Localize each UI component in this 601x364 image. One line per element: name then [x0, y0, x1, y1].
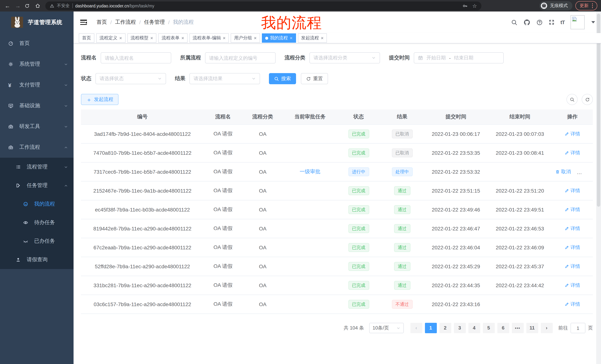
detail-button[interactable]: 详情: [565, 131, 580, 137]
detail-button[interactable]: 详情: [565, 301, 580, 308]
cell-process-name: OA 请假: [204, 276, 242, 295]
close-icon[interactable]: ×: [290, 36, 292, 40]
tab-流程表单-编辑[interactable]: 流程表单-编辑×: [190, 33, 229, 43]
task-link[interactable]: 一级审批: [300, 168, 320, 174]
sidebar-item-flow[interactable]: 任务管理: [0, 176, 74, 195]
action-label: 详情: [571, 282, 580, 289]
reset-button[interactable]: 重置: [301, 73, 328, 84]
breadcrumb-separator: /: [110, 19, 112, 25]
tab-用户分组[interactable]: 用户分组×: [231, 33, 260, 43]
tab-流程定义[interactable]: 流程定义×: [96, 33, 125, 43]
detail-button[interactable]: 详情: [565, 187, 580, 194]
tab-label: 用户分组: [234, 35, 252, 41]
page-button[interactable]: 11: [526, 323, 538, 333]
cell-result: 通过: [380, 181, 424, 200]
page-button[interactable]: 3: [454, 323, 466, 333]
process-name-input[interactable]: [101, 52, 171, 63]
key-icon[interactable]: [463, 3, 468, 8]
sidebar-item-user[interactable]: 请假查询: [0, 250, 74, 269]
update-button[interactable]: 更新: [575, 1, 597, 10]
sidebar-item-toolbox[interactable]: 工作流程: [0, 137, 74, 158]
page-size-select[interactable]: 10条/页: [369, 323, 404, 333]
address-bar[interactable]: 不安全 dashboard.yudao.iocoder.cn/bpm/task/…: [45, 1, 481, 10]
close-icon[interactable]: ×: [254, 36, 257, 40]
start-process-button[interactable]: ＋ 发起流程: [81, 94, 119, 105]
sidebar-item-eye-closed[interactable]: 已办任务: [0, 232, 74, 250]
cancel-button[interactable]: 取消: [555, 168, 571, 175]
sidebar-item-gear[interactable]: 系统管理: [0, 54, 74, 75]
sidebar-item-list[interactable]: 流程管理: [0, 158, 74, 176]
sidebar-item-yen[interactable]: ¥支付管理: [0, 75, 74, 95]
breadcrumb-item[interactable]: 首页: [97, 19, 107, 26]
sidebar-item-face[interactable]: 我的流程: [0, 195, 74, 213]
cell-end-time: [488, 295, 552, 314]
home-icon: [35, 3, 42, 9]
breadcrumb-item: 我的流程: [173, 19, 194, 26]
tab-首页[interactable]: 首页: [79, 33, 94, 43]
fullscreen-icon[interactable]: [549, 19, 555, 25]
detail-button[interactable]: 详情: [565, 244, 580, 251]
detail-button[interactable]: 详情: [565, 206, 580, 213]
page-button[interactable]: 6: [497, 323, 509, 333]
close-icon[interactable]: ×: [181, 36, 184, 40]
reload-icon[interactable]: [25, 3, 32, 8]
detail-button[interactable]: 详情: [565, 225, 580, 232]
detail-button[interactable]: 详情: [565, 282, 580, 289]
tab-流程模型[interactable]: 流程模型×: [127, 33, 156, 43]
chevron-down-icon[interactable]: [591, 21, 595, 23]
sidebar-item-eye[interactable]: 待办任务: [0, 213, 74, 232]
detail-button[interactable]: 详情: [565, 150, 580, 156]
jump-page-input[interactable]: [571, 323, 585, 333]
breadcrumb-item[interactable]: 任务管理: [144, 19, 165, 26]
bookmark-star-icon[interactable]: ☆: [472, 3, 477, 9]
column-header: 状态: [337, 109, 380, 125]
show-search-button[interactable]: [566, 94, 578, 105]
next-page-button[interactable]: ›: [541, 323, 552, 333]
more-pages-button[interactable]: •••: [512, 323, 523, 333]
detail-button[interactable]: 详情: [565, 263, 580, 270]
font-size-icon[interactable]: tT: [561, 19, 565, 25]
status-select[interactable]: 请选择状态: [95, 73, 166, 84]
result-select[interactable]: 请选择流结果: [190, 73, 260, 84]
breadcrumb-item[interactable]: 工作流程: [115, 19, 136, 26]
back-icon[interactable]: ←: [4, 0, 11, 11]
forward-icon[interactable]: →: [14, 0, 21, 11]
sidebar-item-toolbox[interactable]: 研发工具: [0, 116, 74, 137]
page-button[interactable]: 1: [425, 323, 437, 333]
refresh-table-button[interactable]: [582, 94, 593, 105]
browser-menu-icon[interactable]: [592, 3, 593, 8]
process-definition-input[interactable]: [205, 52, 276, 63]
cell-actions: 详情: [552, 238, 593, 257]
eye-icon: [23, 220, 29, 226]
tab-发起流程[interactable]: 发起流程×: [298, 33, 327, 43]
status-badge: 已完成: [348, 148, 369, 157]
avatar[interactable]: [571, 15, 585, 29]
cell-status: 已完成: [337, 295, 380, 314]
page-button[interactable]: 2: [439, 323, 451, 333]
search-icon[interactable]: [511, 19, 517, 25]
close-icon[interactable]: ×: [321, 36, 323, 40]
sidebar-item-gauge[interactable]: 首页: [0, 33, 74, 54]
page-button[interactable]: 4: [468, 323, 480, 333]
github-icon[interactable]: [523, 19, 531, 26]
logo[interactable]: 芋道管理系统: [0, 11, 74, 33]
tab-label: 流程模型: [130, 35, 148, 41]
broken-image-icon: [572, 16, 583, 22]
tab-我的流程[interactable]: 我的流程×: [262, 33, 296, 43]
date-range-picker[interactable]: 开始日期 - 结束日期: [414, 52, 504, 63]
prev-page-button[interactable]: ‹: [410, 323, 422, 333]
category-select[interactable]: 请选择流程分类: [310, 52, 380, 63]
monitor-icon: [8, 103, 14, 109]
scrollbar[interactable]: [596, 11, 601, 364]
page-button[interactable]: 5: [483, 323, 495, 333]
tab-流程表单[interactable]: 流程表单×: [158, 33, 187, 43]
cell-category: OA: [242, 219, 283, 238]
search-button[interactable]: 搜索: [269, 73, 296, 84]
help-icon[interactable]: [536, 19, 543, 25]
close-icon[interactable]: ×: [150, 36, 153, 40]
home-icon[interactable]: [35, 3, 42, 9]
close-icon[interactable]: ×: [119, 36, 122, 40]
sidebar-collapse-icon[interactable]: [80, 20, 87, 25]
close-icon[interactable]: ×: [223, 36, 226, 40]
sidebar-item-monitor[interactable]: 基础设施: [0, 95, 74, 116]
